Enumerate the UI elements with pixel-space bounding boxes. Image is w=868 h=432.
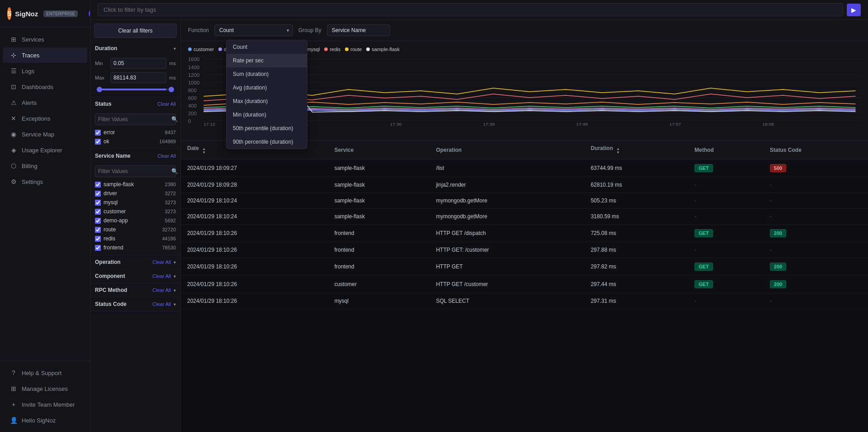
- status-checkbox-error[interactable]: [95, 130, 101, 136]
- legend-label-redis: redis: [330, 47, 340, 52]
- filter-tags-input[interactable]: [98, 3, 843, 16]
- table-row[interactable]: 2024/01/29 18:10:26 frontend HTTP GET 29…: [181, 258, 868, 276]
- sidebar-item-dashboards[interactable]: ⊡ Dashboards: [3, 79, 87, 94]
- usage-explorer-icon: ◈: [10, 146, 17, 154]
- status-badge: 500: [770, 164, 786, 172]
- sidebar-item-logs[interactable]: ☰ Logs: [3, 63, 87, 79]
- service-checkbox-mysql[interactable]: [95, 200, 101, 206]
- min-input[interactable]: [110, 58, 166, 69]
- run-query-button[interactable]: ▶: [847, 4, 861, 16]
- dropdown-item-rate[interactable]: Rate per sec Rate per sec: [226, 54, 307, 67]
- cell-date: 2024/01/29 18:10:24: [181, 193, 328, 209]
- dropdown-item-avg[interactable]: Avg (duration): [226, 81, 307, 94]
- dropdown-item-p90[interactable]: 90th percentile (duration): [226, 135, 307, 149]
- svg-text:1000: 1000: [188, 80, 199, 85]
- sidebar-label-dashboards: Dashboards: [22, 84, 53, 90]
- service-item-frontend: frontend 78530: [95, 243, 176, 252]
- sidebar-item-manage[interactable]: ⊞ Manage Licenses: [3, 381, 87, 396]
- cell-date: 2024/01/29 18:10:26: [181, 242, 328, 258]
- rpc-clear-link[interactable]: Clear All: [152, 287, 171, 293]
- sidebar-item-exceptions[interactable]: ✕ Exceptions: [3, 111, 87, 126]
- sidebar-item-service-map[interactable]: ◉ Service Map: [3, 127, 87, 142]
- filter-duration-header[interactable]: Duration ▾: [90, 42, 180, 55]
- table-row[interactable]: 2024/01/29 18:09:28 sample-flask jinja2.…: [181, 177, 868, 193]
- service-clear-link[interactable]: Clear All: [157, 153, 176, 159]
- max-input[interactable]: [110, 72, 166, 83]
- sidebar-item-traces[interactable]: ⊹ Traces: [3, 47, 87, 63]
- service-checkbox-route[interactable]: [95, 227, 101, 233]
- theme-toggle[interactable]: [81, 5, 90, 22]
- status-code-clear-link[interactable]: Clear All: [152, 301, 171, 307]
- cell-operation: HTTP GET /dispatch: [429, 225, 584, 242]
- filter-status-code-header[interactable]: Status Code Clear All ▾: [90, 297, 180, 311]
- service-checkbox-frontend[interactable]: [95, 245, 101, 251]
- cell-duration: 505.23 ms: [585, 193, 689, 209]
- clear-all-filters-button[interactable]: Clear all filters: [94, 23, 177, 38]
- operation-chevron-icon: ▾: [174, 260, 176, 265]
- service-filter-input[interactable]: [95, 166, 169, 177]
- filter-status-header[interactable]: Status Clear All: [90, 97, 180, 111]
- table-row[interactable]: 2024/01/29 18:10:26 customer HTTP GET /c…: [181, 276, 868, 293]
- cell-method: GET: [688, 258, 764, 276]
- dropdown-item-sum[interactable]: Sum (duration): [226, 67, 307, 81]
- group-by-input[interactable]: [327, 24, 390, 36]
- dropdown-item-max[interactable]: Max (duration): [226, 94, 307, 108]
- filter-rpc-header[interactable]: RPC Method Clear All ▾: [90, 283, 180, 297]
- service-label-frontend: frontend: [104, 244, 159, 251]
- service-checkbox-driver[interactable]: [95, 191, 101, 197]
- operation-clear-link[interactable]: Clear All: [152, 259, 171, 265]
- table-row[interactable]: 2024/01/29 18:10:26 frontend HTTP GET /d…: [181, 225, 868, 242]
- status-clear-link[interactable]: Clear All: [157, 101, 176, 107]
- table-row[interactable]: 2024/01/29 18:09:27 sample-flask /list 6…: [181, 160, 868, 177]
- main-area: ▶ Clear all filters Duration ▾ Min ms: [90, 0, 868, 432]
- component-clear-link[interactable]: Clear All: [152, 273, 171, 279]
- filter-service-body: 🔍 sample-flask 2380 driver 3272 my: [90, 163, 180, 255]
- sidebar-item-alerts[interactable]: ⚠ Alerts: [3, 95, 87, 110]
- service-item-customer: customer 3273: [95, 207, 176, 216]
- status-search-icon: 🔍: [169, 116, 181, 122]
- function-dropdown-menu[interactable]: Count Rate per sec Rate per sec Sum (dur…: [226, 40, 307, 149]
- topbar: ▶: [90, 0, 868, 20]
- slider-thumb-right[interactable]: [169, 87, 174, 92]
- table-row[interactable]: 2024/01/29 18:10:24 sample-flask mymongo…: [181, 193, 868, 209]
- status-filter-input[interactable]: [95, 114, 169, 125]
- sidebar-item-services[interactable]: ⊞ Services: [3, 32, 87, 47]
- status-badge: 200: [770, 280, 786, 288]
- sidebar-bottom: ? Help & Support ⊞ Manage Licenses + Inv…: [0, 361, 90, 432]
- sidebar-item-hello[interactable]: 👤 Hello SigNoz: [3, 413, 87, 428]
- service-checkbox-demo-app[interactable]: [95, 218, 101, 224]
- duration-slider[interactable]: [95, 87, 176, 94]
- filter-component-header[interactable]: Component Clear All ▾: [90, 269, 180, 283]
- sidebar-item-usage-explorer[interactable]: ◈ Usage Explorer: [3, 142, 87, 158]
- filter-service-name-section: Service Name Clear All 🔍 sample-flask 23…: [90, 149, 180, 255]
- date-sort-icon: ▲▼: [202, 147, 206, 155]
- sidebar-item-billing[interactable]: ⬡ Billing: [3, 158, 87, 174]
- status-checkbox-ok[interactable]: [95, 139, 101, 145]
- sidebar-label-settings: Settings: [22, 178, 43, 185]
- dropdown-item-p50[interactable]: 50th percentile (duration): [226, 122, 307, 135]
- dropdown-item-min[interactable]: Min (duration): [226, 108, 307, 122]
- sidebar-label-manage: Manage Licenses: [22, 385, 68, 392]
- service-search-icon: 🔍: [169, 168, 181, 174]
- function-select-wrapper: Count Rate per sec Sum (duration) Avg (d…: [214, 24, 293, 36]
- slider-thumb-left[interactable]: [97, 87, 102, 92]
- sidebar-item-help[interactable]: ? Help & Support: [3, 365, 87, 380]
- sidebar-item-invite[interactable]: + Invite Team Member: [3, 397, 87, 412]
- svg-text:17:12: 17:12: [203, 122, 215, 126]
- service-checkbox-customer[interactable]: [95, 209, 101, 215]
- sidebar-item-settings[interactable]: ⚙ Settings: [3, 174, 87, 189]
- service-checkbox-sample-flask[interactable]: [95, 182, 101, 188]
- cell-status: 200: [764, 225, 868, 242]
- service-checkbox-redis[interactable]: [95, 236, 101, 242]
- function-select[interactable]: Count Rate per sec Sum (duration) Avg (d…: [214, 24, 293, 36]
- dropdown-item-count[interactable]: Count: [226, 40, 307, 54]
- svg-text:0: 0: [188, 119, 191, 124]
- table-row[interactable]: 2024/01/29 18:10:24 sample-flask mymongo…: [181, 209, 868, 225]
- service-map-icon: ◉: [10, 131, 17, 138]
- table-row[interactable]: 2024/01/29 18:10:26 frontend HTTP GET: /…: [181, 242, 868, 258]
- filter-operation-header[interactable]: Operation Clear All ▾: [90, 255, 180, 269]
- filter-service-header[interactable]: Service Name Clear All: [90, 149, 180, 163]
- min-label: Min: [95, 61, 108, 66]
- col-duration[interactable]: Duration ▲▼: [585, 141, 689, 160]
- table-row[interactable]: 2024/01/29 18:10:26 mysql SQL SELECT 297…: [181, 293, 868, 309]
